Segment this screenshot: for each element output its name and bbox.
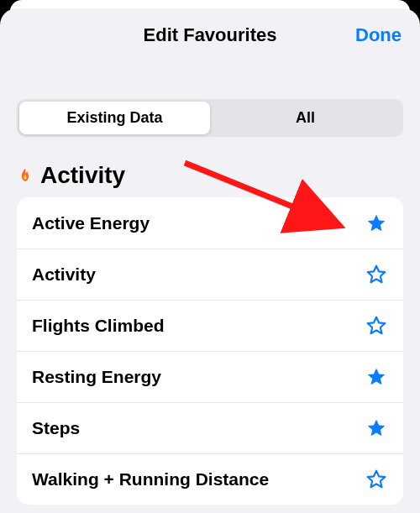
star-icon[interactable]	[365, 212, 388, 235]
segmented-control: Existing Data All	[17, 99, 403, 137]
list-item[interactable]: Flights Climbed	[17, 300, 403, 351]
section-title: Activity	[40, 162, 125, 189]
modal-sheet: Edit Favourites Done Existing Data All A…	[0, 8, 420, 513]
list-item[interactable]: Resting Energy	[17, 351, 403, 402]
section-header: Activity	[17, 162, 403, 189]
done-button[interactable]: Done	[355, 24, 402, 46]
list-item-label: Walking + Running Distance	[32, 469, 269, 489]
tab-all[interactable]: All	[210, 102, 401, 134]
list-item[interactable]: Walking + Running Distance	[17, 453, 403, 505]
list-item[interactable]: Active Energy	[17, 197, 403, 249]
star-icon[interactable]	[365, 365, 388, 389]
star-outline-icon[interactable]	[365, 314, 388, 338]
list-item-label: Activity	[32, 264, 96, 285]
list-item-label: Flights Climbed	[32, 316, 165, 336]
list-item[interactable]: Steps	[17, 402, 403, 453]
star-outline-icon[interactable]	[365, 263, 388, 286]
favourites-list: Active Energy Activity Flights Climbed R…	[17, 197, 403, 505]
tab-existing-data[interactable]: Existing Data	[19, 102, 210, 134]
star-outline-icon[interactable]	[365, 468, 388, 491]
list-item-label: Steps	[32, 418, 80, 438]
flame-icon	[17, 165, 34, 186]
list-item-label: Resting Energy	[32, 367, 161, 387]
star-icon[interactable]	[365, 416, 388, 440]
list-item-label: Active Energy	[32, 213, 150, 233]
section-activity: Activity Active Energy Activity Flights …	[0, 162, 420, 505]
page-title: Edit Favourites	[144, 24, 277, 46]
list-item[interactable]: Activity	[17, 249, 403, 300]
segmented-control-wrap: Existing Data All	[0, 99, 420, 137]
header: Edit Favourites Done	[0, 8, 420, 62]
